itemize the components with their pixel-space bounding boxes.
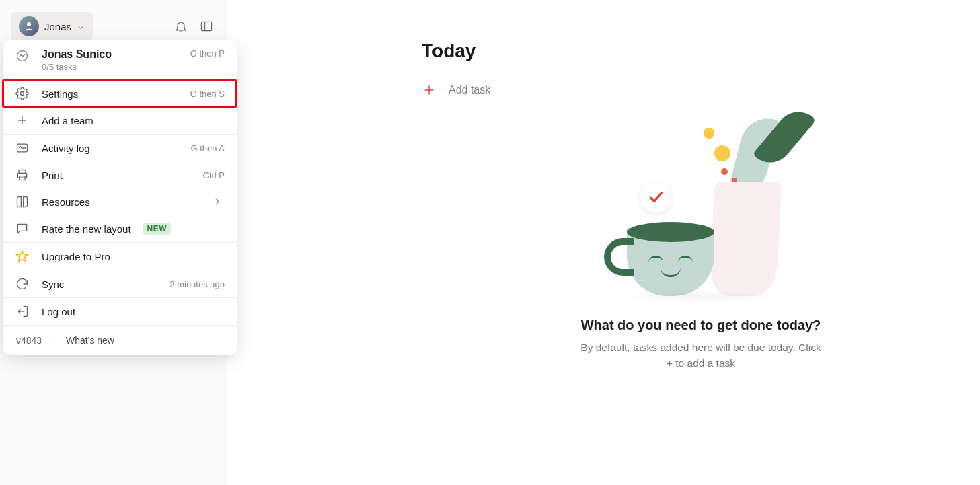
menu-item-sync[interactable]: Sync 2 minutes ago xyxy=(3,270,237,297)
check-icon xyxy=(640,182,671,213)
menu-item-print[interactable]: Print Ctrl P xyxy=(3,161,237,188)
menu-item-logout[interactable]: Log out xyxy=(3,298,237,325)
menu-resources-label: Resources xyxy=(42,196,90,208)
menu-activity-shortcut: G then A xyxy=(190,143,225,153)
svg-point-4 xyxy=(21,92,24,96)
menu-logout-label: Log out xyxy=(42,306,75,318)
user-dropdown-menu: Jonas Sunico 0/5 tasks O then P Settings… xyxy=(3,40,237,355)
svg-rect-7 xyxy=(17,144,28,152)
title-row: Today xyxy=(422,40,980,73)
star-icon xyxy=(15,249,30,264)
empty-subtitle: By default, tasks added here will be due… xyxy=(580,340,822,371)
menu-profile-tasks: 0/5 tasks xyxy=(42,62,178,72)
menu-print-shortcut: Ctrl P xyxy=(203,170,225,180)
menu-item-rate[interactable]: Rate the new layout NEW xyxy=(3,215,237,242)
plus-icon xyxy=(15,113,30,128)
print-icon xyxy=(15,167,30,182)
page-title: Today xyxy=(422,40,980,73)
sidebar: Jonas Jonas Sunico 0/5 tasks xyxy=(0,0,227,485)
menu-profile-shortcut: O then P xyxy=(190,48,225,59)
plus-icon xyxy=(422,83,437,98)
sync-icon xyxy=(15,276,30,291)
menu-item-settings[interactable]: Settings O then S xyxy=(3,80,237,107)
menu-settings-shortcut: O then S xyxy=(190,89,225,99)
logout-icon xyxy=(15,304,30,319)
chevron-down-icon xyxy=(77,22,85,30)
menu-upgrade-label: Upgrade to Pro xyxy=(42,251,110,262)
gear-icon xyxy=(15,86,30,101)
svg-rect-1 xyxy=(202,22,212,30)
menu-item-activity-log[interactable]: Activity log G then A xyxy=(3,135,237,161)
dot-separator: · xyxy=(52,335,55,346)
svg-point-0 xyxy=(27,22,31,26)
menu-footer: v4843 · What's new xyxy=(3,326,237,355)
menu-settings-label: Settings xyxy=(42,88,78,100)
empty-illustration xyxy=(600,108,802,309)
add-task-button[interactable]: Add task xyxy=(422,73,980,107)
whats-new-link[interactable]: What's new xyxy=(66,335,114,346)
avatar xyxy=(19,16,39,36)
menu-add-team-label: Add a team xyxy=(42,115,93,126)
user-menu-trigger[interactable]: Jonas xyxy=(11,12,93,40)
menu-sync-label: Sync xyxy=(42,278,64,290)
user-shortname: Jonas xyxy=(44,21,71,32)
main-content: Today Add task xyxy=(227,0,980,485)
app-root: Jonas Jonas Sunico 0/5 tasks xyxy=(0,0,980,485)
notifications-button[interactable] xyxy=(172,17,190,36)
menu-sync-hint: 2 minutes ago xyxy=(169,279,225,289)
productivity-icon xyxy=(15,48,30,63)
toggle-sidebar-button[interactable] xyxy=(197,17,216,36)
activity-icon xyxy=(15,141,30,155)
add-task-label: Add task xyxy=(449,84,490,96)
menu-item-profile[interactable]: Jonas Sunico 0/5 tasks O then P xyxy=(3,40,237,80)
chevron-right-icon xyxy=(210,194,225,209)
empty-title: What do you need to get done today? xyxy=(529,318,872,333)
svg-rect-8 xyxy=(19,170,26,174)
menu-item-resources[interactable]: Resources xyxy=(3,188,237,215)
menu-rate-label: Rate the new layout xyxy=(42,223,131,235)
version-label: v4843 xyxy=(16,335,42,346)
new-badge: NEW xyxy=(143,223,172,235)
menu-item-upgrade[interactable]: Upgrade to Pro xyxy=(3,243,237,270)
menu-activity-label: Activity log xyxy=(42,143,90,154)
empty-state: What do you need to get done today? By d… xyxy=(529,108,872,371)
comment-icon xyxy=(15,221,30,236)
book-icon xyxy=(15,194,30,209)
menu-profile-name: Jonas Sunico xyxy=(42,48,178,61)
menu-item-add-team[interactable]: Add a team xyxy=(3,107,237,134)
svg-marker-11 xyxy=(17,251,28,262)
menu-print-label: Print xyxy=(42,170,63,181)
